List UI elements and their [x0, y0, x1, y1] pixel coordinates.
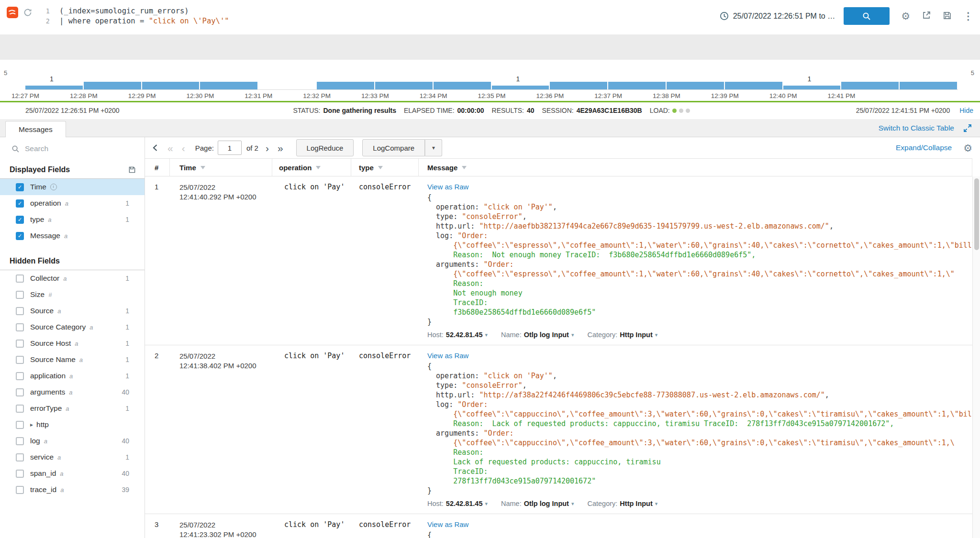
metadata-dropdown-caret-icon[interactable]: ▾	[571, 332, 574, 338]
histogram-bar[interactable]	[142, 82, 200, 89]
histogram-bar[interactable]	[317, 82, 374, 89]
field-row-application[interactable]: applicationa1	[0, 368, 145, 384]
column-header-type[interactable]: type	[351, 159, 419, 176]
unchecked-checkbox[interactable]	[16, 372, 24, 380]
field-row-errortype[interactable]: errorTypea1	[0, 400, 145, 417]
metadata-dropdown-caret-icon[interactable]: ▾	[485, 501, 488, 507]
unchecked-checkbox[interactable]	[16, 291, 24, 299]
field-row-arguments[interactable]: argumentsa40	[0, 384, 145, 400]
field-row-service[interactable]: servicea1	[0, 449, 145, 465]
checked-checkbox[interactable]: ✓	[16, 183, 24, 191]
save-icon[interactable]	[943, 11, 952, 22]
share-export-icon[interactable]	[922, 11, 931, 22]
histogram-bar[interactable]	[667, 82, 724, 89]
field-row-source[interactable]: Sourcea1	[0, 303, 145, 319]
column-filter-icon[interactable]	[378, 166, 383, 169]
first-page-button[interactable]: «	[163, 143, 178, 153]
view-as-raw-link[interactable]: View as Raw	[427, 520, 468, 528]
field-row-source-host[interactable]: Source Hosta1	[0, 335, 145, 351]
checked-checkbox[interactable]: ✓	[16, 232, 24, 240]
field-row-source-name[interactable]: Source Namea1	[0, 351, 145, 368]
last-page-button[interactable]: »	[273, 143, 288, 153]
field-row-http[interactable]: ▸http	[0, 417, 145, 433]
column-header-message[interactable]: Message	[419, 159, 972, 176]
more-options-kebab-icon[interactable]: ⋮	[963, 11, 973, 21]
unchecked-checkbox[interactable]	[16, 307, 24, 315]
field-row-size[interactable]: Size#	[0, 286, 145, 303]
histogram-bar[interactable]	[434, 82, 491, 89]
field-row-operation[interactable]: ✓operationa1	[0, 195, 145, 211]
histogram-bar[interactable]	[492, 86, 549, 89]
unchecked-checkbox[interactable]	[16, 274, 24, 283]
query-editor[interactable]: 1(_index=sumologic_rum_errors)2| where o…	[42, 6, 229, 26]
column-header-time[interactable]: Time	[170, 159, 272, 176]
logreduce-button[interactable]: LogReduce	[296, 139, 354, 156]
metadata-dropdown-caret-icon[interactable]: ▾	[655, 501, 658, 507]
unchecked-checkbox[interactable]	[16, 356, 24, 364]
metadata-dropdown-caret-icon[interactable]: ▾	[485, 332, 488, 338]
field-search-input[interactable]	[25, 144, 121, 153]
histogram-bar[interactable]	[725, 82, 782, 89]
histogram-bar[interactable]	[84, 82, 141, 89]
field-row-time[interactable]: ✓Time	[0, 179, 145, 195]
metadata-dropdown-caret-icon[interactable]: ▾	[571, 501, 574, 507]
histogram-bar[interactable]	[550, 82, 607, 89]
logcompare-dropdown-caret[interactable]: ▾	[425, 139, 442, 156]
unchecked-checkbox[interactable]	[16, 486, 24, 494]
vertical-scrollbar[interactable]	[972, 176, 980, 538]
field-row-span_id[interactable]: span_ida40	[0, 465, 145, 482]
histogram-bar[interactable]	[841, 82, 899, 89]
table-settings-gear-icon[interactable]: ⚙	[963, 143, 972, 153]
search-run-button[interactable]	[844, 7, 890, 25]
unchecked-checkbox[interactable]	[16, 453, 24, 461]
column-header-num[interactable]: #	[145, 159, 170, 176]
field-row-message[interactable]: ✓Messagea	[0, 228, 145, 244]
expand-panel-icon[interactable]	[963, 123, 972, 133]
query-history-icon[interactable]	[23, 8, 33, 17]
unchecked-checkbox[interactable]	[16, 421, 24, 429]
column-filter-icon[interactable]	[462, 166, 467, 169]
field-row-log[interactable]: loga40	[0, 433, 145, 449]
checked-checkbox[interactable]: ✓	[16, 216, 24, 224]
metadata-dropdown-caret-icon[interactable]: ▾	[655, 332, 658, 338]
histogram-bar[interactable]	[375, 82, 433, 89]
unchecked-checkbox[interactable]	[16, 340, 24, 348]
settings-gear-icon[interactable]: ⚙	[901, 11, 910, 21]
column-header-operation[interactable]: operation	[272, 159, 351, 176]
checked-checkbox[interactable]: ✓	[16, 199, 24, 208]
field-row-trace_id[interactable]: trace_ida39	[0, 482, 145, 498]
unchecked-checkbox[interactable]	[16, 405, 24, 413]
field-row-collector[interactable]: Collectora1	[0, 270, 145, 286]
column-filter-icon[interactable]	[200, 166, 205, 169]
logcompare-button[interactable]: LogCompare	[362, 139, 425, 156]
scrollbar-thumb[interactable]	[974, 178, 979, 250]
histogram-bar[interactable]	[608, 82, 666, 89]
unchecked-checkbox[interactable]	[16, 388, 24, 396]
unchecked-checkbox[interactable]	[16, 323, 24, 331]
histogram-bar[interactable]	[200, 82, 257, 89]
save-fields-icon[interactable]	[128, 166, 136, 174]
histogram-bar[interactable]	[25, 86, 83, 89]
time-range-button[interactable]: 25/07/2022 12:26:51 PM to …	[720, 11, 835, 21]
hide-histogram-link[interactable]: Hide	[959, 107, 973, 114]
view-as-raw-link[interactable]: View as Raw	[427, 351, 468, 360]
unchecked-checkbox[interactable]	[16, 437, 24, 445]
prev-page-button[interactable]: ‹	[178, 143, 189, 153]
sumo-logic-logo-icon[interactable]	[7, 7, 18, 18]
tab-messages[interactable]: Messages	[5, 121, 66, 137]
query-line[interactable]: (_index=sumologic_rum_errors)	[59, 6, 229, 16]
expand-caret-icon[interactable]: ▸	[30, 421, 33, 428]
field-row-type[interactable]: ✓typea1	[0, 211, 145, 228]
histogram-bar[interactable]	[900, 82, 957, 89]
back-arrow-icon[interactable]	[150, 143, 163, 153]
view-as-raw-link[interactable]: View as Raw	[427, 183, 468, 191]
expand-collapse-link[interactable]: Expand/Collapse	[896, 143, 952, 152]
switch-to-classic-table-link[interactable]: Switch to Classic Table	[879, 124, 954, 132]
next-page-button[interactable]: ›	[261, 143, 273, 153]
histogram-bar[interactable]	[783, 86, 841, 89]
unchecked-checkbox[interactable]	[16, 470, 24, 478]
query-line[interactable]: | where operation = "click on \'Pay\'"	[59, 16, 229, 26]
page-number-input[interactable]	[218, 141, 242, 155]
column-filter-icon[interactable]	[316, 166, 321, 169]
field-row-source-category[interactable]: Source Categorya1	[0, 319, 145, 335]
